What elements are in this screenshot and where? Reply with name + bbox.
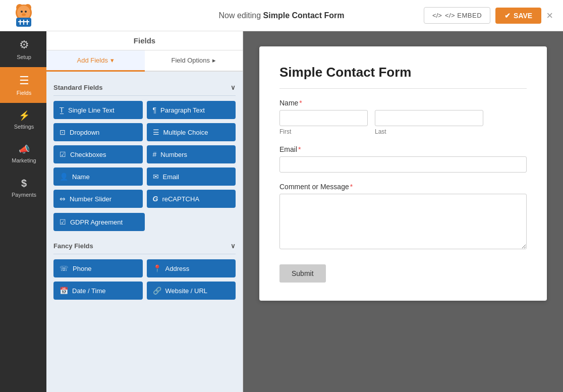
sidebar-label-settings: Settings <box>14 124 34 130</box>
editing-prefix: Now editing <box>219 11 263 20</box>
single-line-text-icon: T̲ <box>60 106 64 114</box>
email-label: Email <box>163 173 180 181</box>
marketing-icon: 📣 <box>19 144 30 155</box>
editing-title: Now editing Simple Contact Form <box>219 11 345 20</box>
field-btn-single-line-text[interactable]: T̲ Single Line Text <box>53 101 143 119</box>
name-row: First Last <box>279 110 527 135</box>
form-submit-label: Submit <box>292 269 314 277</box>
close-button[interactable]: × <box>546 10 553 21</box>
fields-icon: ☰ <box>19 74 29 87</box>
form-field-message: Comment or Message* <box>279 183 527 251</box>
embed-icon: </> <box>432 12 442 19</box>
email-icon: ✉ <box>153 173 159 181</box>
field-btn-numbers[interactable]: # Numbers <box>147 145 236 163</box>
sidebar-label-setup: Setup <box>17 54 31 60</box>
gdpr-label: GDPR Agreement <box>70 218 123 226</box>
logo-icon <box>10 2 38 29</box>
first-name-input[interactable] <box>279 110 368 126</box>
name-required-asterisk: * <box>299 99 302 107</box>
fancy-fields-chevron: ∨ <box>231 242 236 250</box>
close-icon: × <box>546 9 553 22</box>
embed-label: </> EMBED <box>445 12 482 19</box>
standard-fields-chevron: ∨ <box>231 84 236 91</box>
standard-fields-label: Standard Fields <box>53 84 103 91</box>
fancy-fields-grid: ☏ Phone 📍 Address 📅 Date / Time 🔗 Websit… <box>53 259 236 300</box>
embed-button[interactable]: </> </> EMBED <box>424 7 490 24</box>
name-icon: 👤 <box>60 173 68 181</box>
field-options-chevron: ▸ <box>212 57 216 64</box>
form-preview: Simple Contact Form Name* First Last <box>259 46 547 301</box>
sidebar-item-setup[interactable]: ⚙ Setup <box>0 31 46 67</box>
last-name-input[interactable] <box>375 110 483 126</box>
field-btn-phone[interactable]: ☏ Phone <box>53 259 143 277</box>
panel-tabs: Add Fields ▾ Field Options ▸ <box>46 50 243 72</box>
field-btn-name[interactable]: 👤 Name <box>53 167 143 186</box>
message-required-asterisk: * <box>350 183 353 191</box>
email-field-label: Email* <box>279 145 527 153</box>
checkboxes-label: Checkboxes <box>70 151 106 158</box>
single-line-text-label: Single Line Text <box>68 106 115 114</box>
save-label: SAVE <box>514 12 532 20</box>
panel-header-label: Fields <box>134 36 155 45</box>
multiple-choice-label: Multiple Choice <box>163 129 208 136</box>
field-btn-multiple-choice[interactable]: ☰ Multiple Choice <box>147 123 236 141</box>
setup-icon: ⚙ <box>19 38 29 51</box>
field-btn-address[interactable]: 📍 Address <box>147 259 236 277</box>
numbers-label: Numbers <box>160 151 187 158</box>
field-btn-website-url[interactable]: 🔗 Website / URL <box>147 282 236 300</box>
tab-add-fields[interactable]: Add Fields ▾ <box>46 50 145 72</box>
first-name-sub-label: First <box>279 128 368 135</box>
paragraph-text-label: Paragraph Text <box>160 106 205 114</box>
paragraph-text-icon: ¶ <box>153 106 157 114</box>
sidebar-label-payments: Payments <box>12 192 36 198</box>
top-bar-actions: </> </> EMBED ✔ SAVE × <box>424 7 553 24</box>
dropdown-label: Dropdown <box>70 129 99 136</box>
field-btn-dropdown[interactable]: ⊡ Dropdown <box>53 123 143 141</box>
dropdown-icon: ⊡ <box>60 128 66 136</box>
field-btn-recaptcha[interactable]: G reCAPTCHA <box>147 190 236 208</box>
sidebar-item-fields[interactable]: ☰ Fields <box>0 67 46 103</box>
svg-point-6 <box>22 14 26 16</box>
address-label: Address <box>165 265 190 272</box>
save-icon: ✔ <box>504 12 511 20</box>
fields-list: Standard Fields ∨ T̲ Single Line Text ¶ … <box>46 72 243 392</box>
recaptcha-icon: G <box>153 195 158 203</box>
settings-icon: ⚡ <box>19 110 30 121</box>
svg-point-5 <box>25 11 27 13</box>
last-name-sub-label: Last <box>375 128 483 135</box>
svg-point-3 <box>17 6 30 20</box>
add-fields-label: Add Fields <box>77 57 108 64</box>
field-btn-gdpr-agreement[interactable]: ☑ GDPR Agreement <box>53 213 145 231</box>
message-textarea[interactable] <box>279 194 527 249</box>
standard-fields-header: Standard Fields ∨ <box>53 78 236 95</box>
field-options-label: Field Options <box>171 57 210 64</box>
message-field-label: Comment or Message* <box>279 183 527 191</box>
email-input[interactable] <box>279 156 527 173</box>
recaptcha-label: reCAPTCHA <box>162 195 199 203</box>
field-btn-date-time[interactable]: 📅 Date / Time <box>53 282 143 300</box>
address-icon: 📍 <box>153 264 161 272</box>
field-btn-number-slider[interactable]: ⇔ Number Slider <box>53 190 143 208</box>
form-title: Simple Contact Form <box>279 65 527 80</box>
numbers-icon: # <box>153 150 157 158</box>
field-btn-checkboxes[interactable]: ☑ Checkboxes <box>53 145 143 163</box>
name-label: Name <box>72 173 90 181</box>
standard-fields-grid: T̲ Single Line Text ¶ Paragraph Text ⊡ D… <box>53 101 236 208</box>
main-layout: ⚙ Setup ☰ Fields ⚡ Settings 📣 Marketing … <box>0 31 563 392</box>
form-submit-button[interactable]: Submit <box>279 264 326 283</box>
form-field-email: Email* <box>279 145 527 173</box>
sidebar-item-payments[interactable]: $ Payments <box>0 171 46 205</box>
field-btn-paragraph-text[interactable]: ¶ Paragraph Text <box>147 101 236 119</box>
field-btn-email[interactable]: ✉ Email <box>147 167 236 186</box>
last-name-col: Last <box>375 110 483 135</box>
svg-point-4 <box>21 11 23 13</box>
save-button[interactable]: ✔ SAVE <box>495 8 541 24</box>
gdpr-icon: ☑ <box>60 218 66 226</box>
tab-field-options[interactable]: Field Options ▸ <box>145 50 243 72</box>
form-field-name: Name* First Last <box>279 99 527 135</box>
sidebar-label-marketing: Marketing <box>12 157 36 163</box>
sidebar-item-marketing[interactable]: 📣 Marketing <box>0 137 46 171</box>
fancy-fields-label: Fancy Fields <box>53 242 93 250</box>
panel-header: Fields <box>46 31 243 50</box>
sidebar-item-settings[interactable]: ⚡ Settings <box>0 103 46 137</box>
